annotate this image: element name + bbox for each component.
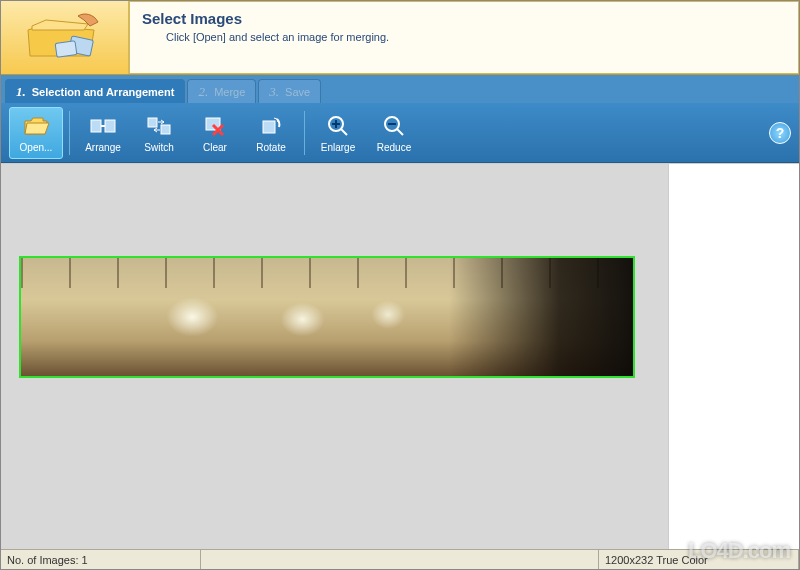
toolbar: Open... Arrange Switch Clear Rotate xyxy=(1,103,799,163)
clear-icon xyxy=(201,112,229,140)
open-button[interactable]: Open... xyxy=(9,107,63,159)
tab-label: Selection and Arrangement xyxy=(32,86,175,98)
switch-icon xyxy=(145,112,173,140)
zoom-out-icon xyxy=(380,112,408,140)
status-image-count: No. of Images: 1 xyxy=(1,550,201,569)
help-icon: ? xyxy=(776,125,785,141)
button-label: Reduce xyxy=(377,142,411,153)
toolbar-separator xyxy=(304,111,305,155)
folder-open-icon xyxy=(22,112,50,140)
button-label: Switch xyxy=(144,142,173,153)
status-spacer xyxy=(201,550,599,569)
svg-rect-1 xyxy=(55,40,77,57)
banner-text: Select Images Click [Open] and select an… xyxy=(129,1,799,74)
banner-subtitle: Click [Open] and select an image for mer… xyxy=(142,31,786,43)
tab-label: Merge xyxy=(214,86,245,98)
folder-photos-icon xyxy=(20,8,110,68)
tab-label: Save xyxy=(285,86,310,98)
arrange-icon xyxy=(89,112,117,140)
button-label: Enlarge xyxy=(321,142,355,153)
step-tabs: 1. Selection and Arrangement 2. Merge 3.… xyxy=(1,75,799,103)
svg-rect-7 xyxy=(263,121,275,133)
tab-number: 1. xyxy=(16,84,26,100)
watermark: LO4D.com xyxy=(688,538,790,564)
info-banner: Select Images Click [Open] and select an… xyxy=(1,1,799,75)
svg-rect-2 xyxy=(91,120,101,132)
button-label: Arrange xyxy=(85,142,121,153)
svg-rect-5 xyxy=(161,125,170,134)
image-content-shadow xyxy=(449,258,633,376)
clear-button[interactable]: Clear xyxy=(188,107,242,159)
button-label: Rotate xyxy=(256,142,285,153)
banner-title: Select Images xyxy=(142,10,786,27)
rotate-icon xyxy=(257,112,285,140)
button-label: Open... xyxy=(20,142,53,153)
svg-rect-4 xyxy=(148,118,157,127)
image-canvas[interactable] xyxy=(1,164,669,549)
rotate-button[interactable]: Rotate xyxy=(244,107,298,159)
status-bar: No. of Images: 1 1200x232 True Color xyxy=(1,549,799,569)
help-button[interactable]: ? xyxy=(769,122,791,144)
switch-button[interactable]: Switch xyxy=(132,107,186,159)
banner-icon-area xyxy=(1,1,129,74)
tab-merge: 2. Merge xyxy=(187,79,256,103)
tab-selection-arrangement[interactable]: 1. Selection and Arrangement xyxy=(5,79,185,103)
zoom-in-icon xyxy=(324,112,352,140)
arrange-button[interactable]: Arrange xyxy=(76,107,130,159)
tab-save: 3. Save xyxy=(258,79,321,103)
side-panel xyxy=(669,164,799,549)
reduce-button[interactable]: Reduce xyxy=(367,107,421,159)
svg-rect-3 xyxy=(105,120,115,132)
work-area xyxy=(1,163,799,549)
enlarge-button[interactable]: Enlarge xyxy=(311,107,365,159)
tab-number: 2. xyxy=(198,84,208,100)
button-label: Clear xyxy=(203,142,227,153)
app-window: Select Images Click [Open] and select an… xyxy=(0,0,800,570)
panorama-image[interactable] xyxy=(19,256,635,378)
tab-number: 3. xyxy=(269,84,279,100)
toolbar-separator xyxy=(69,111,70,155)
